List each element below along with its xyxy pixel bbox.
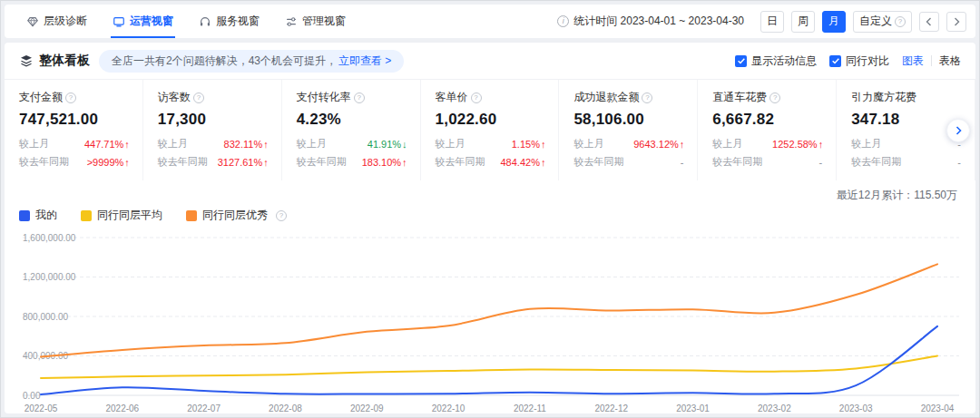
metrics-next-button[interactable] — [946, 119, 970, 142]
metric-title: 访客数 — [158, 90, 269, 105]
checkbox-checked-icon — [735, 55, 747, 67]
issues-notice-pill[interactable]: 全店一共有2个问题待解决，43个机会可提升， 立即查看 > — [99, 50, 404, 73]
mom-label: 较上月 — [19, 137, 49, 151]
yoy-label: 较去年同期 — [573, 155, 623, 169]
mom-label: 较上月 — [297, 137, 327, 151]
tab-service-view[interactable]: 服务视窗 — [186, 5, 272, 38]
legend-swatch — [186, 210, 197, 221]
help-icon[interactable] — [354, 92, 365, 103]
board-title: 整体看板 — [19, 53, 90, 69]
metric-value: 747,521.00 — [19, 111, 130, 129]
help-icon[interactable] — [642, 92, 652, 103]
tab-label: 服务视窗 — [216, 14, 260, 29]
view-now-link[interactable]: 立即查看 > — [338, 53, 391, 69]
period-custom-button[interactable]: 自定义 — [853, 11, 912, 33]
tab-label: 管理视窗 — [302, 14, 346, 29]
view-tabs: 层级诊断 运营视窗 服务视窗 管理视窗 — [14, 5, 358, 38]
tab-management-view[interactable]: 管理视窗 — [272, 5, 358, 38]
trend-arrow-icon: ↓ — [402, 139, 407, 150]
trend-arrow-icon: ↑ — [818, 139, 824, 150]
period-month-button[interactable]: 月 — [822, 11, 846, 33]
mom-value: 447.71%↑ — [84, 139, 130, 150]
svg-text:2022-07: 2022-07 — [187, 403, 220, 413]
help-icon[interactable] — [193, 92, 204, 103]
svg-text:1,600,000.00: 1,600,000.00 — [23, 233, 76, 243]
svg-text:2022-09: 2022-09 — [350, 403, 384, 413]
legend-swatch — [19, 210, 30, 221]
tab-level-diagnosis[interactable]: 层级诊断 — [14, 5, 100, 38]
mom-value: 9643.12%↑ — [633, 139, 684, 150]
period-day-button[interactable]: 日 — [760, 11, 784, 33]
yoy-label: 较去年同期 — [158, 155, 208, 169]
tab-label: 层级诊断 — [44, 14, 87, 29]
metric-card-conversion-rate[interactable]: 支付转化率 4.23% 较上月41.91%↓ 较去年同期183.10%↑ — [282, 80, 421, 180]
yoy-value: 183.10%↑ — [362, 157, 407, 168]
prev-period-button[interactable] — [919, 12, 939, 32]
help-icon[interactable] — [471, 92, 482, 103]
tab-operation-view[interactable]: 运营视窗 — [100, 5, 186, 38]
show-activity-checkbox[interactable]: 显示活动信息 — [735, 53, 817, 69]
svg-text:2023-04: 2023-04 — [921, 403, 955, 413]
metric-value: 4.23% — [297, 111, 407, 129]
mom-label: 较上月 — [158, 137, 188, 151]
yoy-label: 较去年同期 — [297, 155, 347, 169]
mom-value: 1252.58%↑ — [772, 139, 823, 150]
mom-label: 较上月 — [436, 137, 466, 151]
board-header-controls: 显示活动信息 同行对比 图表 表格 — [735, 53, 961, 69]
legend-item-peer-excellent[interactable]: 同行同层优秀 — [186, 208, 287, 223]
legend-label: 同行同层优秀 — [202, 208, 268, 223]
metric-card-payment-amount[interactable]: 支付金额 747,521.00 较上月447.71%↑ 较去年同期>9999%↑ — [5, 80, 143, 180]
metric-title: 引力魔方花费 — [851, 90, 962, 105]
mom-label: 较上月 — [573, 137, 603, 151]
help-icon[interactable] — [769, 92, 780, 103]
legend-swatch — [81, 210, 92, 221]
help-icon[interactable] — [276, 210, 287, 221]
chart-table-toggle: 图表 表格 — [902, 53, 961, 69]
legend-item-mine[interactable]: 我的 — [19, 208, 57, 223]
notice-text: 全店一共有2个问题待解决，43个机会可提升， — [112, 53, 337, 69]
metric-title: 直通车花费 — [712, 90, 823, 105]
board-header: 整体看板 全店一共有2个问题待解决，43个机会可提升， 立即查看 > 显示活动信… — [5, 43, 975, 79]
metric-value: 6,667.82 — [712, 111, 823, 129]
trend-arrow-icon: ↑ — [263, 157, 269, 168]
view-chart-link[interactable]: 图表 — [902, 53, 924, 69]
next-period-button[interactable] — [946, 12, 966, 32]
metric-title: 客单价 — [436, 90, 546, 105]
metric-card-avg-order-value[interactable]: 客单价 1,022.60 较上月1.15%↑ 较去年同期484.42%↑ — [421, 80, 560, 180]
mom-value: 832.11%↑ — [224, 139, 269, 150]
info-icon[interactable] — [557, 15, 569, 27]
period-week-button[interactable]: 周 — [791, 11, 815, 33]
mom-label: 较上月 — [712, 137, 742, 151]
svg-text:2022-06: 2022-06 — [105, 403, 139, 413]
svg-text:2023-01: 2023-01 — [676, 403, 710, 413]
overview-board-card: 整体看板 全店一共有2个问题待解决，43个机会可提升， 立即查看 > 显示活动信… — [5, 43, 975, 413]
headset-icon — [199, 15, 211, 28]
peer-compare-checkbox[interactable]: 同行对比 — [829, 53, 889, 69]
trend-arrow-icon: ↑ — [263, 139, 269, 150]
checkbox-label: 同行对比 — [846, 53, 889, 69]
view-table-link[interactable]: 表格 — [939, 53, 961, 69]
help-icon[interactable] — [65, 92, 76, 103]
yoy-label: 较去年同期 — [712, 155, 762, 169]
trend-arrow-icon: ↑ — [124, 139, 130, 150]
yoy-label: 较去年同期 — [851, 155, 901, 169]
metric-card-express-train-cost[interactable]: 直通车花费 6,667.82 较上月1252.58%↑ 较去年同期- — [698, 80, 837, 180]
svg-text:2022-05: 2022-05 — [24, 403, 58, 413]
checkbox-checked-icon — [829, 55, 841, 67]
monitor-icon — [113, 15, 125, 28]
yoy-value: 3127.61%↑ — [218, 157, 269, 168]
statistic-time-label: 统计时间 2023-04-01 ~ 2023-04-30 — [573, 14, 744, 29]
trend-arrow-icon: ↑ — [124, 157, 130, 168]
help-icon — [895, 16, 906, 27]
metric-card-visitor-count[interactable]: 访客数 17,300 较上月832.11%↑ 较去年同期3127.61%↑ — [143, 80, 282, 180]
metric-card-refund-amount[interactable]: 成功退款金额 58,106.00 较上月9643.12%↑ 较去年同期- — [559, 80, 698, 180]
svg-text:2023-03: 2023-03 — [839, 403, 873, 413]
sliders-icon — [285, 15, 298, 28]
metric-value: 17,300 — [158, 111, 269, 129]
svg-text:2023-02: 2023-02 — [758, 403, 791, 413]
trend-arrow-icon: ↑ — [402, 157, 407, 168]
metric-cards-row: 支付金额 747,521.00 较上月447.71%↑ 较去年同期>9999%↑… — [5, 79, 975, 180]
trend-arrow-icon: ↑ — [541, 139, 546, 150]
yoy-value: >9999%↑ — [87, 157, 130, 168]
legend-item-peer-average[interactable]: 同行同层平均 — [81, 208, 162, 223]
